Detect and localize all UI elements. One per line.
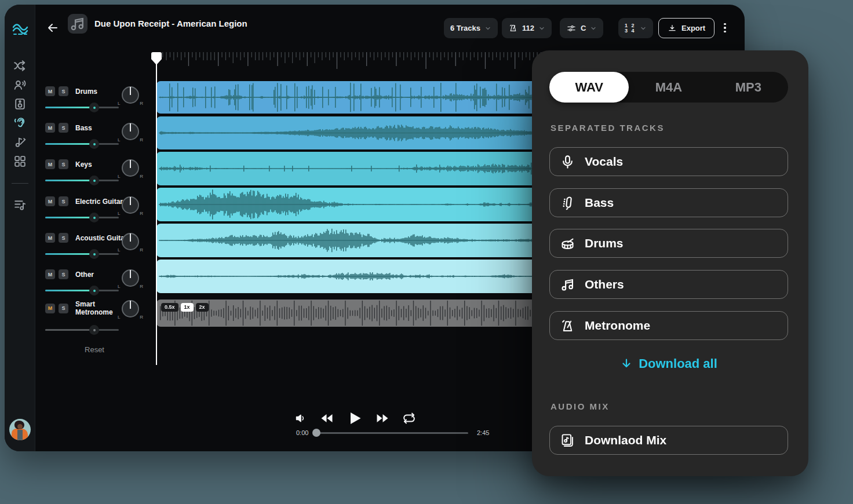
volume-slider[interactable] [45,176,119,185]
pan-knob[interactable]: LR [122,159,139,177]
user-avatar[interactable] [9,419,31,440]
stem-others-button[interactable]: Others [549,270,788,299]
volume-slider[interactable] [45,249,119,259]
volume-slider[interactable] [45,325,119,335]
bpm-value: 112 [522,24,534,32]
track-controls-smart-metronome: MSSmart MetronomeLR [41,300,156,334]
solo-button[interactable]: S [59,123,68,133]
bpm-dropdown[interactable]: 112 [502,18,552,38]
seek-thumb[interactable] [312,429,320,437]
moises-logo-icon[interactable] [12,22,28,38]
download-all-button[interactable]: Download all [549,356,788,371]
music-notes-icon [560,277,575,293]
download-arrow-icon [620,357,633,370]
track-controls-drums: MSDrumsLR [41,86,156,120]
voice-icon[interactable] [13,78,27,92]
track-name: Keys [75,160,92,169]
play-button[interactable] [347,410,363,426]
back-button[interactable] [46,21,60,35]
tune-icon [566,23,577,34]
volume-slider[interactable] [45,139,119,149]
track-name: Electric Guitar [75,198,123,206]
mute-button[interactable]: M [45,196,55,206]
mute-button[interactable]: M [45,304,55,313]
solo-button[interactable]: S [59,269,68,279]
more-options-button[interactable] [720,21,730,35]
format-tab-wav[interactable]: WAV [549,72,629,103]
pan-knob[interactable]: LR [122,233,139,250]
apps-icon[interactable] [13,154,27,169]
volume-button[interactable] [294,412,307,425]
track-name: Bass [75,124,92,132]
stem-bass-button[interactable]: Bass [549,188,788,217]
pan-knob[interactable]: LR [122,86,139,104]
mute-button[interactable]: M [45,123,55,133]
track-name: Drums [75,87,97,96]
solo-button[interactable]: S [59,159,68,169]
audio-mix-heading: AUDIO MIX [551,401,610,411]
track-controls-keys: MSKeysLR [41,159,156,193]
metronome-icon [560,318,575,334]
tracks-dropdown[interactable]: 6 Tracks [444,18,498,38]
mix-files-icon [560,433,575,448]
stem-metronome-button[interactable]: Metronome [549,311,788,340]
solo-button[interactable]: S [59,86,68,96]
amp-icon[interactable] [13,97,27,111]
mute-button[interactable]: M [45,159,55,169]
topbar: Due Upon Receipt - American Legion 6 Tra… [35,5,745,51]
stem-drums-button[interactable]: Drums [549,229,788,258]
chevron-down-icon [590,25,597,32]
stem-vocals-button[interactable]: Vocals [549,147,788,176]
chevron-down-icon [484,25,491,32]
speed-chip-1x[interactable]: 1x [181,303,194,312]
download-mix-button[interactable]: Downlaod Mix [549,426,788,455]
volume-slider[interactable] [45,213,119,222]
reset-button[interactable]: Reset [74,345,115,354]
export-panel: WAVM4AMP3 SEPARATED TRACKS Vocals Bass D… [532,50,808,476]
drum-icon [560,236,575,251]
pan-knob[interactable]: LR [122,123,139,140]
pan-knob[interactable]: LR [122,300,139,317]
pan-knob[interactable]: LR [122,196,139,214]
time-signature-dropdown[interactable]: 1 2 3 4 [618,18,653,38]
total-time: 2:45 [477,429,489,436]
format-tab-m4a[interactable]: M4A [629,72,708,103]
metronome-speed-chips: 0.5x1x2x [161,303,209,312]
edit-note-icon[interactable] [13,135,27,149]
speed-chip-0.5x[interactable]: 0.5x [161,303,178,312]
track-controls-electric-guitar: MSElectric GuitarLR [41,196,156,230]
playhead-line [156,52,157,365]
separated-tracks-heading: SEPARATED TRACKS [551,123,665,133]
export-label: Export [681,24,705,32]
rewind-button[interactable] [320,411,334,425]
transport-controls [294,410,416,426]
tracks-dropdown-label: 6 Tracks [450,24,480,32]
ear-icon[interactable] [13,116,27,130]
mute-button[interactable]: M [45,233,55,243]
mute-button[interactable]: M [45,269,55,279]
solo-button[interactable]: S [59,196,68,206]
seek-rail[interactable] [315,432,468,434]
volume-slider[interactable] [45,286,119,295]
solo-button[interactable]: S [59,233,68,243]
format-tab-mp3[interactable]: MP3 [709,72,788,103]
format-segmented-control: WAVM4AMP3 [549,72,788,103]
pan-knob[interactable]: LR [122,269,139,287]
setlist-icon[interactable] [13,198,27,212]
split-tracks-icon[interactable] [13,59,27,73]
export-button[interactable]: Export [658,18,715,38]
song-artwork-icon [68,14,88,34]
mute-button[interactable]: M [45,86,55,96]
solo-button[interactable]: S [59,304,68,313]
track-controls-other: MSOtherLR [41,269,156,303]
sidebar [5,5,35,451]
volume-slider[interactable] [45,103,119,112]
key-dropdown[interactable]: C [560,18,603,38]
fast-forward-button[interactable] [376,411,389,425]
bass-guitar-icon [560,195,575,211]
seek-bar: 0:00 2:45 [268,428,500,437]
speed-chip-2x[interactable]: 2x [196,303,209,312]
loop-button[interactable] [402,411,416,425]
track-controls-acoustic-guitar: MSAcoustic GuitarLR [41,233,156,266]
track-name: Other [75,271,94,279]
